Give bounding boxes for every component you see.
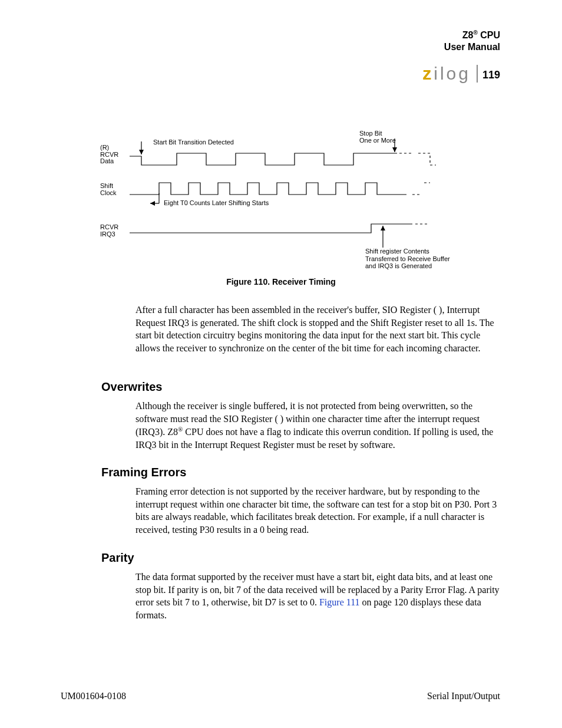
body-parity: The data format supported by the receive…	[135, 571, 501, 621]
label-sr2: Transferred to Receive Buffer	[365, 255, 450, 262]
label-stop-bit: Stop Bit One or More	[359, 130, 396, 144]
label-rcvr-irq: RCVR IRQ3	[100, 224, 118, 238]
label-sr3: and IRQ3 is Generated	[365, 262, 432, 269]
label-rcvr: RCVR	[100, 151, 118, 158]
logo-z: z	[422, 64, 434, 83]
page-number: 119	[478, 69, 500, 83]
label-rcvr-data: (R) RCVR Data	[100, 144, 118, 165]
label-sr1: Shift register Contents	[365, 248, 429, 255]
figure-111-link[interactable]: Figure 111	[319, 597, 360, 607]
label-stop2: One or More	[359, 137, 396, 144]
header-reg-mark: ®	[473, 29, 477, 36]
logo-rest: ilog	[434, 64, 471, 83]
svg-marker-1	[139, 150, 144, 154]
footer-right: Serial Input/Output	[427, 691, 500, 701]
label-eight-t0: Eight T0 Counts Later Shifting Starts	[164, 199, 269, 206]
body-overwrites: Although the receiver is single buffered…	[135, 400, 501, 452]
label-rcvr-r: (R)	[100, 144, 109, 151]
label-irq2: IRQ3	[100, 230, 115, 238]
label-sc1: Shift	[100, 182, 113, 189]
header-line2: User Manual	[444, 42, 500, 52]
doc-header: Z8® CPU User Manual	[444, 29, 500, 53]
svg-marker-3	[392, 147, 397, 152]
logo-block: zilog 119	[422, 65, 500, 83]
label-sc2: Clock	[100, 189, 117, 196]
page: Z8® CPU User Manual zilog 119	[0, 0, 562, 728]
zilog-logo: zilog	[422, 65, 478, 83]
label-stop1: Stop Bit	[359, 130, 382, 137]
label-rcvr2: Data	[100, 157, 114, 164]
figure-110: (R) RCVR Data Start Bit Transition Detec…	[100, 130, 459, 271]
para-after-figure: After a full character has been assemble…	[135, 304, 501, 354]
heading-overwrites: Overwrites	[101, 380, 162, 394]
svg-marker-6	[150, 201, 155, 206]
label-start-bit: Start Bit Transition Detected	[153, 139, 234, 146]
label-shift-reg: Shift register Contents Transferred to R…	[365, 248, 450, 270]
heading-framing: Framing Errors	[101, 466, 186, 479]
header-line1-b: CPU	[478, 30, 500, 40]
body-framing: Framing error detection is not supported…	[135, 485, 501, 536]
header-line1-a: Z8	[462, 30, 474, 40]
label-shift-clock: Shift Clock	[100, 183, 117, 196]
figure-caption: Figure 110. Receiver Timing	[0, 277, 562, 286]
label-irq1: RCVR	[100, 223, 118, 230]
footer-left: UM001604-0108	[61, 691, 126, 701]
heading-parity: Parity	[101, 551, 134, 565]
overwrites-b: CPU does not have a flag to indicate thi…	[135, 427, 493, 450]
svg-marker-8	[381, 226, 385, 230]
